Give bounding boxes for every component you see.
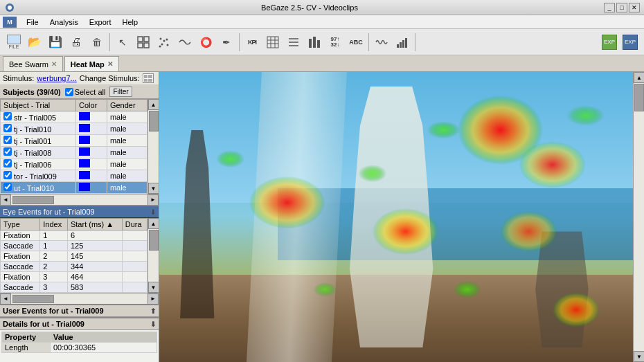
toolbar-separator-3 (368, 33, 369, 51)
table-row[interactable]: Saccade2344 (1, 262, 147, 272)
close-button[interactable]: ✕ (629, 3, 640, 12)
table-row: Length 00:00:30365 (2, 343, 157, 353)
eye-events-expand-icon[interactable]: ⬇ (150, 208, 156, 216)
tb-export2-button[interactable]: EXP (620, 33, 640, 52)
col-subject-trial: Subject - Trial (1, 100, 76, 111)
tb-wave-button[interactable] (175, 33, 195, 52)
tb-signal-button[interactable] (393, 33, 412, 52)
table-row[interactable]: Saccade1125 (1, 241, 147, 251)
tb-new-button[interactable]: FILE (4, 33, 24, 52)
subjects-title: Subjects (39/40) (3, 88, 61, 96)
tb-bars-button[interactable] (305, 33, 324, 52)
table-row[interactable]: Fixation2145 (1, 251, 147, 262)
select-all-checkbox[interactable] (65, 88, 73, 96)
tab-heat-map-close[interactable]: ✕ (107, 60, 113, 68)
right-scrollbar[interactable]: ▲ ▼ (633, 72, 644, 362)
menu-export[interactable]: Export (85, 17, 116, 28)
property-value: 00:00:30365 (51, 343, 157, 353)
tab-heat-map[interactable]: Heat Map ✕ (64, 56, 119, 71)
tb-grid-button[interactable] (134, 33, 153, 52)
tb-open-button[interactable]: 📂 (25, 33, 44, 52)
col-property: Property (2, 332, 51, 343)
ee-scroll-down-btn[interactable]: ▼ (148, 282, 159, 293)
table-row[interactable]: ut - Trial010 male (1, 182, 147, 194)
tb-num-button[interactable]: 97↑ 32↓ (325, 33, 345, 52)
table-row[interactable]: Fixation3464 (1, 272, 147, 282)
row-check[interactable] (3, 183, 12, 191)
col-type: Type (1, 219, 40, 230)
details-expand-icon[interactable]: ⬇ (150, 320, 156, 328)
toolbar-separator-2 (239, 33, 240, 51)
svg-point-10 (167, 44, 169, 46)
tb-list-button[interactable] (284, 33, 303, 52)
tb-delete-button[interactable]: 🗑 (87, 33, 107, 52)
color-swatch (79, 147, 90, 156)
svg-point-7 (163, 39, 166, 42)
ee-scroll-up-btn[interactable]: ▲ (148, 218, 159, 229)
tab-bar: Bee Swarm ✕ Heat Map ✕ (0, 55, 644, 72)
table-row[interactable]: tj - Trial006 male (1, 159, 147, 170)
tb-kpi-button[interactable]: KPI (242, 33, 262, 52)
table-row[interactable]: tor - Trial009 male (1, 170, 147, 182)
table-row[interactable]: tj - Trial001 male (1, 135, 147, 147)
tb-wave2-button[interactable] (372, 33, 391, 52)
right-scroll-down-btn[interactable]: ▼ (634, 351, 644, 362)
row-check[interactable] (3, 136, 12, 144)
tb-scatter-button[interactable] (154, 33, 174, 52)
tb-cursor-button[interactable]: ↖ (113, 33, 132, 52)
window-title: BeGaze 2.5- CV - Videoclips (15, 3, 604, 12)
row-check[interactable] (3, 171, 12, 179)
scroll-down-btn[interactable]: ▼ (148, 183, 159, 194)
row-check[interactable] (3, 159, 12, 168)
svg-rect-24 (400, 42, 402, 48)
svg-rect-12 (267, 37, 278, 48)
ee-scroll-thumb[interactable] (149, 230, 159, 251)
scroll-up-btn[interactable]: ▲ (148, 99, 159, 110)
tab-bee-swarm[interactable]: Bee Swarm ✕ (3, 56, 63, 71)
color-swatch (79, 171, 90, 179)
color-swatch (79, 124, 90, 132)
minimize-button[interactable]: _ (604, 3, 615, 12)
tb-abc-button[interactable]: ABC (346, 33, 366, 52)
stimulus-value[interactable]: werbung7... (37, 74, 76, 82)
menu-help[interactable]: Help (118, 17, 143, 28)
svg-rect-25 (402, 40, 404, 48)
scroll-thumb[interactable] (149, 111, 159, 132)
hscroll-right-btn[interactable]: ► (147, 194, 159, 206)
tb-export1-button[interactable]: EXP (600, 33, 619, 52)
hscroll-thumb[interactable] (12, 196, 54, 204)
table-row[interactable]: Fixation16 (1, 230, 147, 241)
row-check[interactable] (3, 112, 12, 120)
menu-file[interactable]: File (22, 17, 43, 28)
right-scroll-up-btn[interactable]: ▲ (634, 72, 644, 83)
tb-save-button[interactable]: 💾 (46, 33, 65, 52)
table-row[interactable]: Saccade3583 (1, 282, 147, 293)
hscroll-left-btn[interactable]: ◄ (0, 194, 11, 206)
tb-pen-button[interactable]: ✒ (217, 33, 236, 52)
tb-print-button[interactable]: 🖨 (66, 33, 86, 52)
subjects-vscrollbar[interactable]: ▲ ▼ (147, 99, 159, 194)
eye-events-vscrollbar[interactable]: ▲ ▼ (147, 218, 159, 293)
ee-hscroll-left-btn[interactable]: ◄ (0, 293, 11, 305)
ee-hscroll-thumb[interactable] (12, 295, 54, 303)
stimulus-row: Stimulus: werbung7... Change Stimulus: (0, 72, 159, 85)
subjects-table: Subject - Trial Color Gender str - Trial… (0, 99, 147, 194)
subjects-scroll-area: Subject - Trial Color Gender str - Trial… (0, 99, 147, 194)
tb-table-button[interactable] (263, 33, 283, 52)
user-events-collapse-icon[interactable]: ⬆ (150, 307, 156, 315)
tab-bee-swarm-close[interactable]: ✕ (51, 60, 57, 68)
table-row[interactable]: tj - Trial010 male (1, 123, 147, 135)
tb-lasso-button[interactable]: ⭕ (196, 33, 215, 52)
row-check[interactable] (3, 147, 12, 156)
table-row[interactable]: str - Trial005 male (1, 111, 147, 123)
maximize-button[interactable]: □ (616, 3, 627, 12)
right-scroll-thumb[interactable] (634, 84, 644, 111)
row-check[interactable] (3, 124, 12, 132)
menu-analysis[interactable]: Analysis (46, 17, 82, 28)
select-all-label: Select all (65, 88, 106, 96)
stimulus-grid-icon[interactable] (143, 73, 154, 83)
table-row[interactable]: tj - Trial008 male (1, 147, 147, 159)
app-logo: M (3, 17, 17, 28)
filter-button[interactable]: Filter (109, 87, 132, 97)
ee-hscroll-right-btn[interactable]: ► (147, 293, 159, 305)
